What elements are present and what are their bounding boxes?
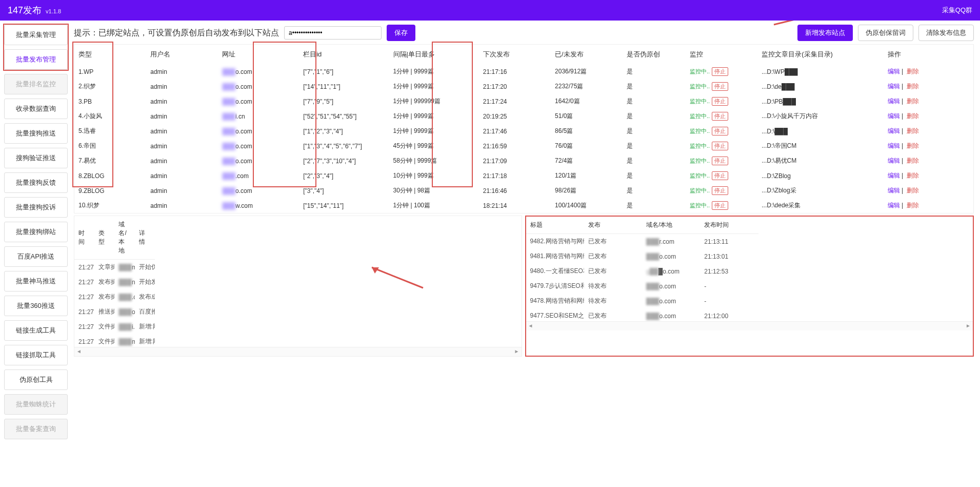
sidebar-item-9[interactable]: 百度API推送 <box>4 246 68 267</box>
stop-button[interactable]: 停止 <box>712 186 728 195</box>
url-cell: ███w.com <box>218 198 299 213</box>
stop-button[interactable]: 停止 <box>712 67 728 76</box>
log-row: 9478.网络营销和网络营销的差别和各别的优缺点帝国采集系统待发布███o.co… <box>526 294 758 308</box>
edit-link[interactable]: 编辑 <box>888 83 900 90</box>
table-row: 7.易优admin███o.com["2","7","3","10","4"]5… <box>74 153 973 168</box>
cell: 2036/912篇 <box>551 64 623 79</box>
delete-link[interactable]: 删除 <box>907 172 919 179</box>
stop-button[interactable]: 停止 <box>712 97 728 106</box>
left-scrollbar[interactable] <box>74 347 522 356</box>
edit-link[interactable]: 编辑 <box>888 127 900 134</box>
edit-link[interactable]: 编辑 <box>888 98 900 105</box>
edit-link[interactable]: 编辑 <box>888 202 900 209</box>
edit-link[interactable]: 编辑 <box>888 112 900 120</box>
delete-link[interactable]: 删除 <box>907 83 919 90</box>
col-header: 类型 <box>74 45 146 64</box>
table-row: 4.小旋风admin███i.cn["52","51","54","55"]1分… <box>74 109 973 124</box>
table-row: 10.织梦admin███w.com["15","14","11"]1分钟 | … <box>74 198 973 213</box>
cell: 已发布 <box>584 249 642 264</box>
sidebar-item-14[interactable]: 伪原创工具 <box>4 369 68 390</box>
edit-link[interactable]: 编辑 <box>888 172 900 179</box>
delete-link[interactable]: 删除 <box>907 187 919 194</box>
stop-button[interactable]: 停止 <box>712 112 728 121</box>
add-site-button[interactable]: 新增发布站点 <box>797 25 853 41</box>
sidebar-item-11[interactable]: 批量360推送 <box>4 296 68 316</box>
delete-link[interactable]: 删除 <box>907 98 919 105</box>
sidebar-item-4[interactable]: 批量搜狗推送 <box>4 123 68 144</box>
sidebar-item-1[interactable]: 批量发布管理 <box>4 49 68 70</box>
cell: 8.ZBLOG <box>74 168 146 183</box>
cell: 文件操作 <box>94 334 114 347</box>
cell: 3.PB <box>74 94 146 109</box>
sidebar-item-3[interactable]: 收录数据查询 <box>4 99 68 119</box>
cell: admin <box>146 64 218 79</box>
cell: 21:27:57 <box>74 275 94 289</box>
stop-button[interactable]: 停止 <box>712 157 728 165</box>
stop-button[interactable]: 停止 <box>712 82 728 91</box>
log-row: 21:27:57发布操作███n.com开始发布:网站优化一般多少钱 <box>74 275 155 289</box>
delete-link[interactable]: 删除 <box>907 142 919 149</box>
qq-group-link[interactable]: 采集QQ群 <box>942 6 972 15</box>
edit-link[interactable]: 编辑 <box>888 157 900 164</box>
cell: ["3","4"] <box>299 183 389 198</box>
stop-button[interactable]: 停止 <box>712 127 728 135</box>
delete-link[interactable]: 删除 <box>907 127 919 134</box>
cell: 是 <box>623 198 686 213</box>
cell: ["1","2","3","4"] <box>299 124 389 139</box>
sidebar-item-8[interactable]: 批量搜狗绑站 <box>4 222 68 242</box>
sidebar-item-10[interactable]: 批量神马推送 <box>4 271 68 291</box>
sidebar-item-5[interactable]: 搜狗验证推送 <box>4 148 68 168</box>
clear-info-button[interactable]: 清除发布信息 <box>918 25 974 41</box>
monitor-status: 监控中.. <box>690 202 710 208</box>
sidebar-item-6[interactable]: 批量搜狗反馈 <box>4 172 68 193</box>
sidebar-item-12[interactable]: 链接生成工具 <box>4 320 68 341</box>
delete-link[interactable]: 删除 <box>907 157 919 164</box>
monitor-status: 监控中.. <box>690 158 710 164</box>
cell: 1分钟 | 9999篇 <box>389 79 479 94</box>
cell: ███n.com <box>114 275 134 289</box>
cell: 9480.一文看懂SEO和SEM的关系与区别,以及你的B2B外贸独立站究竟... <box>526 264 584 279</box>
sidebar-item-7[interactable]: 批量搜狗投诉 <box>4 197 68 218</box>
cell: 2.织梦 <box>74 79 146 94</box>
url-cell: ███o.com <box>218 94 299 109</box>
edit-link[interactable]: 编辑 <box>888 187 900 194</box>
keep-words-button[interactable]: 伪原创保留词 <box>858 25 913 41</box>
url-cell: ███o.com <box>218 183 299 198</box>
cell: 21:12:00 <box>700 308 758 321</box>
cell: ["14","11","1"] <box>299 79 389 94</box>
save-button[interactable]: 保存 <box>387 25 415 41</box>
col-header: 发布 <box>584 217 642 234</box>
token-input[interactable] <box>284 26 382 40</box>
col-header: 时间 <box>74 216 94 260</box>
cell: admin <box>146 153 218 168</box>
col-header: 详情 <box>135 216 155 260</box>
cell: ["2","3","4"] <box>299 168 389 183</box>
log-row: 21:27:50文件操作███m.com新增:网站优化一般多少钱.txt <box>74 334 155 347</box>
cell: 21:16:59 <box>479 139 551 153</box>
cell: ███.com <box>114 289 134 304</box>
monitor-status: 监控中.. <box>690 98 710 104</box>
delete-link[interactable]: 删除 <box>907 68 919 75</box>
cell: 9482.网络营销与网络营销有多么差别_迅睿采集系统 <box>526 234 584 249</box>
cell: 21:17:16 <box>479 64 551 79</box>
stop-button[interactable]: 停止 <box>712 142 728 150</box>
delete-link[interactable]: 删除 <box>907 112 919 120</box>
stop-button[interactable]: 停止 <box>712 201 728 210</box>
cell: 发布操作 <box>94 289 114 304</box>
edit-link[interactable]: 编辑 <box>888 68 900 75</box>
cell: 9477.SEO和SEM之间的区别和优劣势有哪些_站群发布千万数据 <box>526 308 584 321</box>
right-scrollbar[interactable] <box>526 321 973 330</box>
stop-button[interactable]: 停止 <box>712 171 728 180</box>
cell: 是 <box>623 94 686 109</box>
sidebar-item-15: 批量蜘蛛统计 <box>4 394 68 415</box>
cell: 72/4篇 <box>551 153 623 168</box>
cell: 是 <box>623 183 686 198</box>
sidebar-item-13[interactable]: 链接抓取工具 <box>4 345 68 365</box>
col-header: 类型 <box>94 216 114 260</box>
sidebar-item-0[interactable]: 批量采集管理 <box>4 25 68 45</box>
hint-row: 提示：已绑定站点，可设置伪原创后自动发布到以下站点 保存 新增发布站点 伪原创保… <box>74 25 974 41</box>
cell: 新增:网站优化一般多少钱.txt <box>135 319 155 334</box>
delete-link[interactable]: 删除 <box>907 202 919 209</box>
edit-link[interactable]: 编辑 <box>888 142 900 149</box>
cell: 5.迅睿 <box>74 124 146 139</box>
